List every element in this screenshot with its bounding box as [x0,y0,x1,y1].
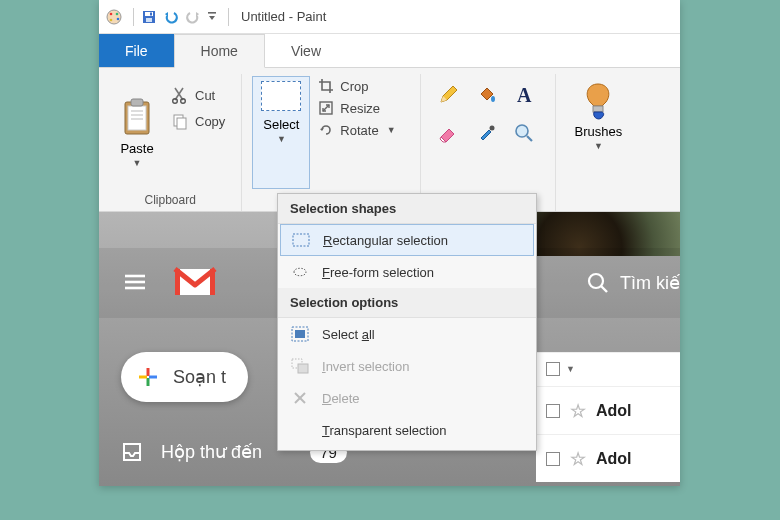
svg-rect-44 [298,364,308,373]
menu-item-label: Select all [322,327,375,342]
chevron-down-icon: ▼ [594,141,603,151]
svg-rect-9 [208,12,216,14]
color-picker-tool[interactable] [473,120,499,146]
magnifier-tool[interactable] [511,120,537,146]
chevron-down-icon: ▼ [387,125,396,135]
checkbox[interactable] [546,404,560,418]
text-tool[interactable]: A [511,82,537,108]
menu-item-label: Transparent selection [322,423,447,438]
svg-rect-11 [128,106,146,130]
separator [228,8,229,26]
pencil-tool[interactable] [435,82,461,108]
svg-point-1 [110,12,113,15]
view-tab[interactable]: View [265,34,347,67]
gmail-search[interactable]: Tìm kiế [586,248,680,318]
clipboard-group-label: Clipboard [109,189,231,207]
inbox-icon [121,441,143,463]
copy-button[interactable]: Copy [165,108,231,134]
svg-point-4 [110,18,113,21]
svg-rect-7 [146,18,152,22]
freeform-selection-item[interactable]: Free-form selection [278,256,536,288]
hamburger-icon[interactable] [121,268,149,299]
brushes-label: Brushes [575,124,623,139]
svg-rect-42 [295,330,305,338]
transparent-selection-item[interactable]: Transparent selection [278,414,536,446]
rotate-button[interactable]: Rotate ▼ [318,122,406,138]
search-placeholder: Tìm kiế [620,272,680,294]
select-all-checkbox[interactable] [546,362,560,376]
checkbox[interactable] [546,452,560,466]
undo-icon[interactable] [162,8,180,26]
mail-list-toolbar[interactable]: ▼ [536,352,680,386]
rotate-label: Rotate [340,123,378,138]
app-icon [105,8,123,26]
rectangular-selection-icon [291,230,311,250]
save-icon[interactable] [140,8,158,26]
rectangular-selection-item[interactable]: Rectangular selection [280,224,534,256]
home-tab[interactable]: Home [174,34,265,68]
selection-options-header: Selection options [278,288,536,318]
delete-item: Delete [278,382,536,414]
redo-icon[interactable] [184,8,202,26]
svg-point-2 [116,12,119,15]
select-button[interactable]: Select ▼ [252,76,310,189]
svg-point-33 [589,274,603,288]
ribbon-tabs: File Home View [99,34,680,68]
select-all-item[interactable]: Select all [278,318,536,350]
menu-item-label: Rectangular selection [323,233,448,248]
plus-icon [135,364,161,390]
brushes-button[interactable]: Brushes ▼ [566,76,630,189]
svg-rect-31 [175,269,180,295]
mail-sender: Adol [596,402,632,420]
brushes-group: Brushes ▼ [556,74,640,211]
svg-point-24 [516,125,528,137]
svg-rect-8 [150,12,152,15]
mail-row[interactable]: ☆ Adol [536,386,680,434]
gmail-logo-icon [173,265,217,302]
chevron-down-icon[interactable]: ▼ [566,364,575,374]
cut-button[interactable]: Cut [165,82,231,108]
ribbon: Paste ▼ Cut Copy Clipboard [99,68,680,212]
invert-selection-icon [290,356,310,376]
resize-button[interactable]: Resize [318,100,406,116]
svg-line-25 [527,136,532,141]
invert-selection-item: Invert selection [278,350,536,382]
tools-group: A [421,74,556,211]
svg-point-0 [107,10,121,24]
separator [133,8,134,26]
cut-label: Cut [195,88,215,103]
crop-button[interactable]: Crop [318,78,406,94]
title-bar: Untitled - Paint [99,0,680,34]
svg-line-34 [601,286,607,292]
checkmark-placeholder-icon [290,420,310,440]
svg-rect-32 [210,269,215,295]
paste-button[interactable]: Paste ▼ [109,76,165,189]
resize-label: Resize [340,101,380,116]
qat-customize-icon[interactable] [206,8,218,26]
svg-point-21 [491,96,495,102]
svg-rect-19 [177,118,186,129]
svg-rect-40 [293,234,309,246]
select-label: Select [263,117,299,132]
paste-label: Paste [120,141,153,156]
select-all-icon [290,324,310,344]
file-tab[interactable]: File [99,34,174,67]
svg-text:A: A [517,84,532,106]
svg-point-17 [181,99,186,104]
svg-point-16 [173,99,178,104]
inbox-label: Hộp thư đến [161,441,262,463]
mail-row[interactable]: ☆ Adol [536,434,680,482]
clipboard-group: Paste ▼ Cut Copy Clipboard [99,74,242,211]
eraser-tool[interactable] [435,120,461,146]
crop-label: Crop [340,79,368,94]
selection-shapes-header: Selection shapes [278,194,536,224]
svg-point-3 [117,17,120,20]
svg-rect-26 [593,106,603,112]
compose-button[interactable]: Soạn t [121,352,248,402]
star-icon[interactable]: ☆ [570,400,586,422]
star-icon[interactable]: ☆ [570,448,586,470]
fill-tool[interactable] [473,82,499,108]
delete-icon [290,388,310,408]
menu-item-label: Delete [322,391,360,406]
svg-point-23 [490,126,495,131]
